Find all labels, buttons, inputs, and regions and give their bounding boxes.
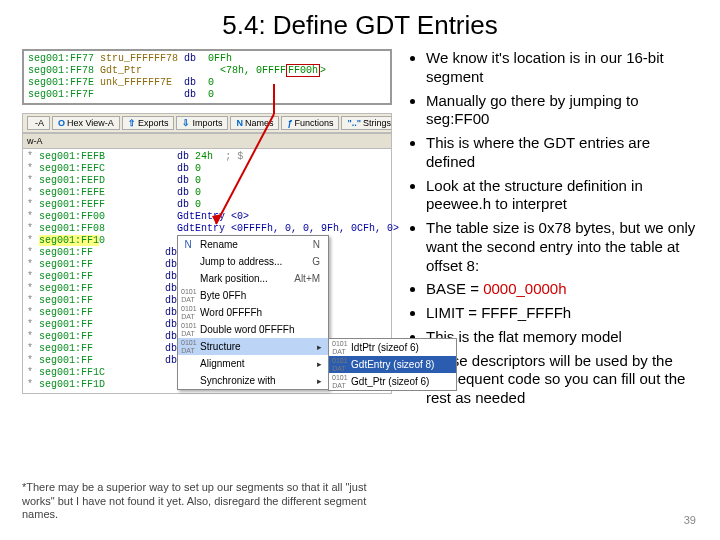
top-disasm-panel: seg001:FF77 stru_FFFFFF78 db 0FFh seg001… bbox=[22, 49, 392, 105]
bullet-base: BASE = 0000_0000h bbox=[426, 280, 698, 299]
tab--a[interactable]: -A bbox=[27, 116, 50, 130]
ctx-structure[interactable]: 0101 DATStructure0101 DATIdtPtr (sizeof … bbox=[178, 338, 328, 355]
ctx-data-double[interactable]: 0101 DATDouble word 0FFFFh bbox=[178, 321, 328, 338]
tab-strings[interactable]: ".."Strings bbox=[341, 116, 392, 130]
ctx-struct-idtptr[interactable]: 0101 DATIdtPtr (sizeof 6) bbox=[329, 339, 456, 356]
main-disasm-panel: * seg001:FEFB db 24h ; $ * seg001:FEFC d… bbox=[22, 148, 392, 394]
ctx-struct-gdtentry[interactable]: 0101 DATGdtEntry (sizeof 8) bbox=[329, 356, 456, 373]
bullet-item: This is the flat memory model bbox=[426, 328, 698, 347]
ctx-jump-to-address-[interactable]: Jump to address...G bbox=[178, 253, 328, 270]
bullet-item: These descriptors will be used by the su… bbox=[426, 352, 698, 408]
tab-exports[interactable]: ⇧Exports bbox=[122, 116, 175, 130]
ctx-data-word[interactable]: 0101 DATWord 0FFFFh bbox=[178, 304, 328, 321]
bullet-item: We know it's location is in our 16-bit s… bbox=[426, 49, 698, 87]
ctx-alignment[interactable]: Alignment bbox=[178, 355, 328, 372]
footnote: *There may be a superior way to set up o… bbox=[22, 481, 392, 522]
bullet-item: Manually go there by jumping to seg:FF00 bbox=[426, 92, 698, 130]
tab-names[interactable]: NNames bbox=[230, 116, 279, 130]
ctx-rename[interactable]: NRenameN bbox=[178, 236, 328, 253]
tab-hex-view-a[interactable]: OHex View-A bbox=[52, 116, 120, 130]
ctx-data-byte[interactable]: 0101 DATByte 0FFh bbox=[178, 287, 328, 304]
ctx-mark-position-[interactable]: Mark position...Alt+M bbox=[178, 270, 328, 287]
ctx-structure-submenu: 0101 DATIdtPtr (sizeof 6)0101 DATGdtEntr… bbox=[328, 338, 457, 391]
context-menu: NRenameNJump to address...GMark position… bbox=[177, 235, 329, 390]
page-number: 39 bbox=[684, 514, 696, 526]
ida-tabbar: -AOHex View-A⇧Exports⇩ImportsNNamesƒFunc… bbox=[22, 113, 392, 133]
tab-imports[interactable]: ⇩Imports bbox=[176, 116, 228, 130]
bullet-item: Look at the structure definition in peew… bbox=[426, 177, 698, 215]
bullet-limit: LIMIT = FFFF_FFFFh bbox=[426, 304, 698, 323]
bullet-item: The table size is 0x78 bytes, but we onl… bbox=[426, 219, 698, 275]
ctx-struct-gdt_ptr[interactable]: 0101 DATGdt_Ptr (sizeof 6) bbox=[329, 373, 456, 390]
tab-functions[interactable]: ƒFunctions bbox=[281, 116, 339, 130]
ctx-sync[interactable]: Synchronize with bbox=[178, 372, 328, 389]
view-header: w-A bbox=[22, 133, 392, 148]
bullet-item: This is where the GDT entries are define… bbox=[426, 134, 698, 172]
slide-title: 5.4: Define GDT Entries bbox=[22, 10, 698, 41]
